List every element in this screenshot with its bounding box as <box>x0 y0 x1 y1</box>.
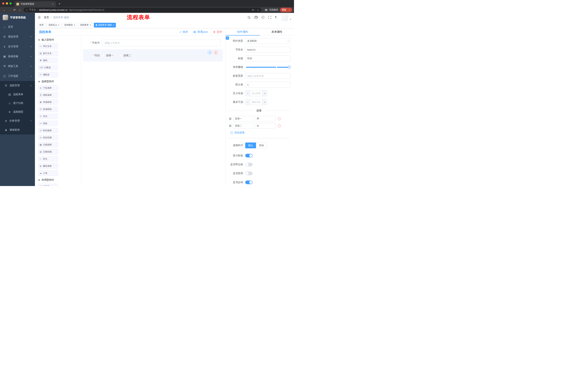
sidebar-collapse-button[interactable]: ☰ <box>38 15 41 19</box>
show-label-switch[interactable] <box>245 154 252 158</box>
tag-process-form-edit[interactable]: 流程表单-编辑 × <box>94 23 116 28</box>
browser-menu-icon[interactable]: ⋮ <box>288 9 290 11</box>
browser-tab[interactable]: 芋道管理系统 × <box>15 1 56 7</box>
sidebar-item-home[interactable]: ⌂ 首页 <box>0 22 35 32</box>
drag-handle-icon[interactable] <box>229 125 231 127</box>
tag-close-icon[interactable]: × <box>90 24 91 26</box>
min-select-value[interactable]: 至少应选 <box>250 91 262 96</box>
required-switch[interactable] <box>245 181 252 184</box>
palette-item[interactable]: ◎ 下拉选择 <box>38 85 58 91</box>
border-switch[interactable] <box>245 163 252 166</box>
palette-item[interactable]: ☑ 多选框组 <box>38 106 58 112</box>
palette-item[interactable]: ☆ 评分 <box>38 156 58 162</box>
palette-item[interactable]: ☁ 上传 <box>38 170 58 176</box>
palette-item[interactable]: ▦ 日期选择 <box>38 142 58 148</box>
tab-component-props[interactable]: 组件属性 <box>226 28 260 35</box>
tag-process-form[interactable]: 流程表单 × <box>78 23 93 28</box>
option-label-input[interactable] <box>233 116 253 121</box>
tag-close-icon[interactable]: × <box>74 24 75 26</box>
phone-input[interactable] <box>102 40 221 46</box>
view-json-button[interactable]: 查看json <box>193 30 208 34</box>
palette-item[interactable]: ⊙ 开关 <box>38 114 58 119</box>
sidebar-item-process-management[interactable]: ☰ 流程管理 <box>0 81 35 90</box>
default-value-input[interactable] <box>245 82 291 87</box>
decrease-button[interactable]: − <box>245 99 250 105</box>
max-select-value[interactable]: 最多可选 <box>250 99 262 105</box>
delete-widget-button[interactable] <box>214 50 218 55</box>
window-zoom-button[interactable] <box>10 2 12 5</box>
search-icon[interactable] <box>247 16 251 19</box>
drag-handle-icon[interactable] <box>229 117 231 120</box>
sidebar-item-devtools[interactable]: ⚒ 研发工具 <box>0 61 35 71</box>
tag-process-definition[interactable]: 流程定义 × <box>47 23 61 28</box>
fullscreen-icon[interactable] <box>268 16 271 19</box>
option-label-input[interactable] <box>233 123 253 128</box>
sidebar-item-task-management[interactable]: ⋔ 任务管理 <box>0 116 35 125</box>
palette-item[interactable]: ┠ 级联选择 <box>38 92 58 98</box>
palette-item[interactable]: ▭ 单行文本 <box>38 43 58 49</box>
decrease-button[interactable]: − <box>245 91 250 96</box>
palette-item[interactable]: ☯ 颜色选择 <box>38 163 58 169</box>
field-name-input[interactable] <box>245 47 291 53</box>
disabled-switch[interactable] <box>245 172 252 175</box>
window-minimize-button[interactable] <box>6 2 8 5</box>
tag-process-model[interactable]: 流程模型 × <box>63 23 77 28</box>
font-size-icon[interactable]: T↕ <box>275 16 278 19</box>
sidebar-item-process-form[interactable]: ▤ 流程表单 <box>0 90 35 99</box>
remove-option-button[interactable]: − <box>278 117 281 120</box>
option-value-input[interactable] <box>255 123 275 128</box>
gender-field-selected[interactable]: *性别 选项一 选项二 <box>83 49 223 62</box>
tag-close-icon[interactable]: × <box>58 24 60 26</box>
palette-item[interactable]: ▤ 多行文本 <box>38 51 58 56</box>
sidebar-item-payment[interactable]: ¥ 支付管理 <box>0 42 35 52</box>
password-key-icon[interactable] <box>252 9 254 11</box>
style-default-button[interactable]: 默认 <box>245 142 256 148</box>
github-icon[interactable] <box>254 16 258 19</box>
breadcrumb-home[interactable]: 首页 <box>44 16 49 19</box>
address-bar[interactable]: ⚠ 不安全 | dashboard.yudao.iocoder.cn /bpm/… <box>24 8 261 12</box>
grid-slider[interactable] <box>246 64 290 70</box>
remove-option-button[interactable]: − <box>278 124 281 128</box>
style-button-button[interactable]: 按钮 <box>256 142 267 148</box>
new-tab-button[interactable]: + <box>59 2 61 6</box>
sidebar-item-process-model[interactable]: ➤ 流程模型 <box>0 107 35 116</box>
forward-button[interactable]: → <box>7 8 12 11</box>
sidebar-item-infrastructure[interactable]: ▣ 基础设施 <box>0 52 35 61</box>
palette-item[interactable]: ◴ 时间范围 <box>38 135 58 140</box>
tag-close-icon[interactable]: × <box>113 24 114 26</box>
security-label[interactable]: 不安全 <box>29 8 36 11</box>
palette-item[interactable]: ◷ 时间选择 <box>38 128 58 133</box>
reload-button[interactable]: ⟳ <box>12 8 17 12</box>
palette-item[interactable]: ◉ 单选框组 <box>38 99 58 105</box>
sidebar-item-workflow[interactable]: ◫ 工作流程 <box>0 71 35 81</box>
palette-item[interactable]: ✎ 编辑器 <box>38 72 58 77</box>
tab-close-icon[interactable]: × <box>51 3 54 6</box>
palette-item[interactable]: ⊶ 滑块 <box>38 121 58 126</box>
component-type-select[interactable]: 多选框组 ▾ <box>245 38 291 44</box>
user-avatar[interactable] <box>281 14 288 21</box>
gender-option-1-checkbox[interactable]: 选项一 <box>102 54 114 57</box>
tab-form-props[interactable]: 表单属性 <box>260 28 294 35</box>
palette-item[interactable]: 123 计数器 <box>38 65 58 70</box>
palette-item[interactable]: ▣ 行容器 <box>38 184 58 186</box>
slider-handle[interactable] <box>288 66 291 69</box>
add-option-button[interactable]: + 添加选项 <box>230 131 291 134</box>
palette-item[interactable]: ▥ 日期范围 <box>38 149 58 155</box>
copy-widget-button[interactable] <box>208 50 212 55</box>
phone-field-row[interactable]: *手机号 <box>83 40 223 46</box>
sidebar-item-user-group[interactable]: ☺ 用户分组 <box>0 99 35 107</box>
increase-button[interactable]: + <box>262 99 267 105</box>
clear-button[interactable]: 清空 <box>213 30 222 34</box>
option-value-input[interactable] <box>255 116 275 121</box>
back-button[interactable]: ← <box>2 8 7 11</box>
avatar-caret-icon[interactable]: ▾ <box>290 18 291 21</box>
sidebar-item-system[interactable]: ⚙ 系统管理 <box>0 32 35 42</box>
title-input[interactable] <box>245 55 291 61</box>
tag-home[interactable]: 首页 <box>37 23 45 28</box>
home-button[interactable]: ⌂ <box>17 8 22 11</box>
bookmark-star-icon[interactable]: ☆ <box>257 9 259 11</box>
browser-update-button[interactable]: 更新 ⋮ <box>280 8 292 12</box>
help-icon[interactable]: ? <box>262 16 264 19</box>
save-button[interactable]: ✓ 保存 <box>179 30 188 34</box>
increase-button[interactable]: + <box>262 91 267 96</box>
